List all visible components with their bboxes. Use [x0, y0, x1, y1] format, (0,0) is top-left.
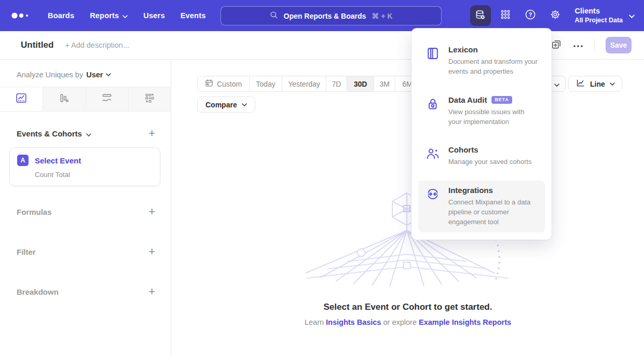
chart-canvas: Custom Today Yesterday 7D 30D 3M 6M Comp…: [172, 60, 644, 357]
book-icon: [426, 45, 440, 77]
example-reports-link[interactable]: Example Insights Reports: [419, 318, 511, 326]
add-filter-button[interactable]: +: [148, 246, 155, 257]
add-breakdown-button[interactable]: +: [148, 286, 155, 297]
formulas-label: Formulas: [17, 208, 52, 216]
menu-item-integrations[interactable]: Integrations Connect Mixpanel to a data …: [418, 181, 545, 232]
filter-section: Filter +: [0, 246, 171, 257]
data-management-icon: [474, 9, 486, 23]
nav-boards-label: Boards: [48, 11, 74, 20]
date-range-label: 7D: [332, 80, 341, 88]
header-divider: [594, 38, 595, 52]
search-shortcut: ⌘ + K: [372, 12, 392, 20]
count-total-label[interactable]: Count Total: [35, 171, 153, 178]
nav-reports-label: Reports: [90, 11, 119, 20]
date-range-label: Today: [256, 80, 275, 88]
chart-type-dropdown[interactable]: Line: [568, 76, 622, 92]
date-range-custom[interactable]: Custom: [198, 76, 250, 91]
top-navbar: Boards Reports Users Events Open Repor: [0, 0, 644, 31]
search-icon: [270, 11, 278, 21]
mixpanel-logo[interactable]: [11, 12, 32, 19]
menu-item-description: Document and transform your events and p…: [448, 57, 538, 77]
date-range-label: 3M: [379, 80, 389, 88]
bar-chart-icon: [58, 92, 70, 106]
nav-users-label: Users: [143, 11, 165, 20]
audit-lock-icon: [426, 95, 440, 127]
nav-events[interactable]: Events: [181, 11, 206, 20]
nav-users[interactable]: Users: [143, 11, 165, 20]
nav-reports[interactable]: Reports: [90, 11, 128, 20]
date-range-label: 30D: [354, 80, 367, 88]
date-range-label: Custom: [217, 80, 242, 88]
date-range-yesterday[interactable]: Yesterday: [282, 76, 326, 91]
menu-item-description: Connect Mixpanel to a data pipeline or c…: [448, 198, 538, 227]
data-management-menu: Lexicon Document and transform your even…: [412, 29, 552, 240]
query-builder-sidebar: Analyze Uniques by User: [0, 60, 171, 357]
date-range-30d[interactable]: 30D: [347, 76, 374, 91]
cohorts-people-icon: [426, 145, 440, 167]
date-range-label: Yesterday: [288, 80, 320, 88]
event-card[interactable]: A Select Event Count Total: [9, 147, 160, 186]
project-name: Clients: [575, 6, 623, 16]
empty-state-title: Select an Event or Cohort to get started…: [172, 302, 644, 312]
help-button[interactable]: ?: [520, 5, 541, 26]
date-range-label: 6M: [402, 80, 412, 88]
chart-type-tabs: [0, 87, 171, 112]
menu-item-description: View possible issues with your implement…: [448, 107, 538, 127]
add-event-button[interactable]: +: [148, 128, 155, 139]
ellipsis-icon[interactable]: [573, 40, 583, 50]
menu-item-title: Integrations: [448, 186, 493, 195]
menu-item-title: Data Audit: [448, 95, 487, 104]
menu-item-data-audit[interactable]: Data Audit BETA View possible issues wit…: [418, 90, 545, 132]
filter-label: Filter: [17, 248, 36, 256]
insights-report-page: Boards Reports Users Events Open Repor: [0, 0, 644, 357]
chevron-down-icon: [554, 79, 559, 89]
svg-text:?: ?: [528, 11, 532, 18]
tab-metric-chart[interactable]: [129, 87, 171, 111]
chart-type-label: Line: [590, 80, 605, 88]
data-management-button[interactable]: [470, 5, 491, 26]
report-description-placeholder[interactable]: + Add description...: [65, 41, 129, 49]
date-range-today[interactable]: Today: [250, 76, 282, 91]
help-icon: ?: [525, 9, 536, 22]
compare-label: Compare: [205, 101, 237, 109]
chevron-down-icon[interactable]: [86, 129, 91, 138]
flow-chart-icon: [101, 92, 113, 106]
insights-basics-link[interactable]: Insights Basics: [326, 318, 381, 326]
settings-button[interactable]: [545, 5, 566, 26]
save-button[interactable]: Save: [606, 37, 632, 53]
chevron-down-icon: [629, 11, 635, 20]
event-series-badge: A: [17, 155, 29, 166]
compare-button[interactable]: Compare: [197, 97, 255, 113]
duplicate-icon[interactable]: [551, 38, 562, 52]
apps-grid-icon: [500, 9, 511, 22]
empty-state-subtitle: Learn Insights Basics or explore Example…: [172, 318, 644, 326]
analyze-prefix: Analyze Uniques by: [17, 71, 83, 79]
menu-item-lexicon[interactable]: Lexicon Document and transform your even…: [418, 40, 545, 82]
breakdown-label: Breakdown: [17, 287, 59, 296]
events-cohorts-label[interactable]: Events & Cohorts: [17, 129, 82, 138]
tab-line-chart[interactable]: [0, 87, 43, 111]
calendar-icon: [205, 79, 213, 89]
tab-flow-chart[interactable]: [86, 87, 129, 111]
learn-prefix: Learn: [305, 318, 324, 326]
apps-grid-button[interactable]: [495, 5, 516, 26]
chevron-down-icon: [122, 11, 128, 20]
menu-item-cohorts[interactable]: Cohorts Manage your saved cohorts: [418, 140, 545, 172]
select-event-label[interactable]: Select Event: [35, 156, 81, 165]
project-switcher[interactable]: Clients All Project Data: [575, 6, 635, 24]
tab-bar-chart[interactable]: [43, 87, 86, 111]
nav-boards[interactable]: Boards: [48, 11, 74, 20]
analyze-value: User: [86, 71, 103, 79]
events-cohorts-section: Events & Cohorts +: [0, 128, 171, 139]
analyze-value-dropdown[interactable]: User: [86, 71, 111, 79]
gear-icon: [550, 9, 561, 22]
global-search-bar[interactable]: Open Reports & Boards ⌘ + K: [221, 6, 442, 25]
project-subtitle: All Project Data: [575, 16, 623, 24]
date-range-control: Custom Today Yesterday 7D 30D 3M 6M: [197, 76, 420, 92]
date-range-7d[interactable]: 7D: [326, 76, 347, 91]
analyze-row: Analyze Uniques by User: [0, 60, 171, 79]
add-formula-button[interactable]: +: [148, 206, 155, 217]
date-range-3m[interactable]: 3M: [374, 76, 395, 91]
menu-item-title: Lexicon: [448, 45, 478, 54]
report-title[interactable]: Untitled: [21, 40, 53, 50]
